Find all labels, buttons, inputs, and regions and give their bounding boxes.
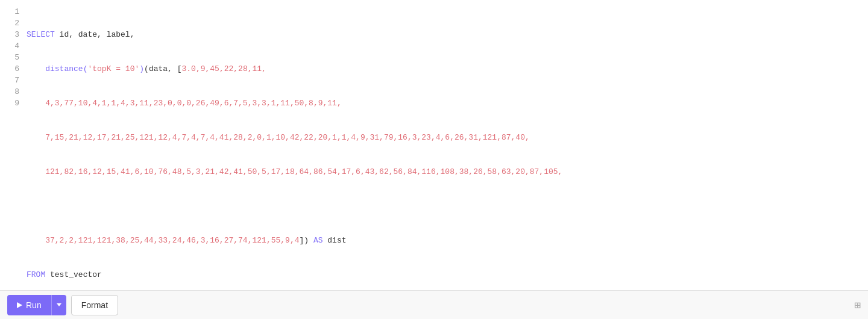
code-line-6	[27, 200, 866, 212]
line-number-1: 1	[5, 6, 19, 17]
bottom-toolbar: Run Format ⊞	[0, 290, 868, 319]
code-line-4: 7,15,21,12,17,21,25,121,12,4,7,4,7,4,41,…	[27, 132, 866, 143]
run-label: Run	[26, 300, 42, 310]
run-dropdown-button[interactable]	[51, 295, 66, 315]
play-icon	[17, 302, 22, 308]
code-line-2: distance('topK = 10')(data, [3.0,9,45,22…	[27, 63, 866, 75]
line-number-8: 8	[5, 86, 19, 98]
format-button[interactable]: Format	[71, 295, 118, 315]
code-line-1: SELECT id, date, label,	[27, 29, 866, 40]
code-line-5: 121,82,16,12,15,41,6,10,76,48,5,3,21,42,…	[27, 166, 866, 178]
line-number-4: 4	[5, 40, 19, 52]
line-number-7: 7	[5, 75, 19, 86]
line-number-5: 5	[5, 52, 19, 63]
code-line-3: 4,3,77,10,4,1,1,4,3,11,23,0,0,0,26,49,6,…	[27, 98, 866, 109]
grid-icon[interactable]: ⊞	[854, 299, 861, 312]
run-button[interactable]: Run	[7, 295, 51, 315]
chevron-down-icon	[57, 303, 61, 306]
line-numbers: 1 2 3 4 5 6 7 8 9	[0, 6, 24, 284]
toolbar-left: Run Format	[7, 295, 118, 315]
code-lines[interactable]: SELECT id, date, label, distance('topK =…	[24, 6, 868, 284]
line-number-6: 6	[5, 63, 19, 75]
code-editor[interactable]: 1 2 3 4 5 6 7 8 9 SELECT id, date, label…	[0, 0, 868, 290]
code-line-7: 37,2,2,121,121,38,25,44,33,24,46,3,16,27…	[27, 235, 866, 246]
toolbar-right: ⊞	[854, 299, 861, 312]
line-number-9: 9	[5, 98, 19, 109]
code-line-8: FROM test_vector	[27, 269, 866, 280]
line-number-2: 2	[5, 17, 19, 29]
line-number-3: 3	[5, 29, 19, 40]
